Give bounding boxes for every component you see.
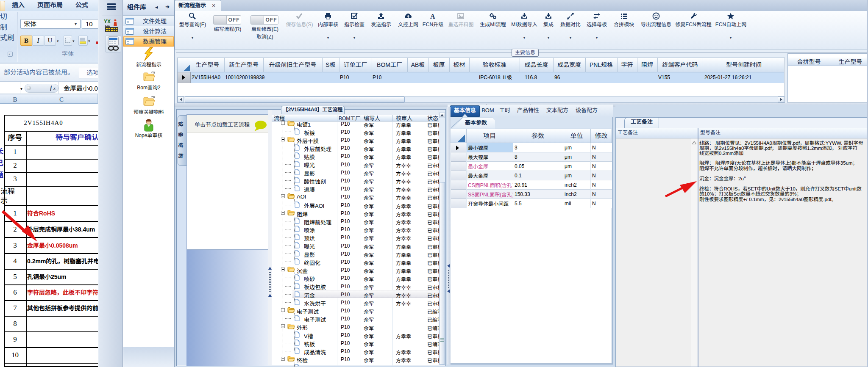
svg-text:A: A bbox=[430, 13, 435, 20]
svg-text:YX: YX bbox=[104, 19, 111, 25]
